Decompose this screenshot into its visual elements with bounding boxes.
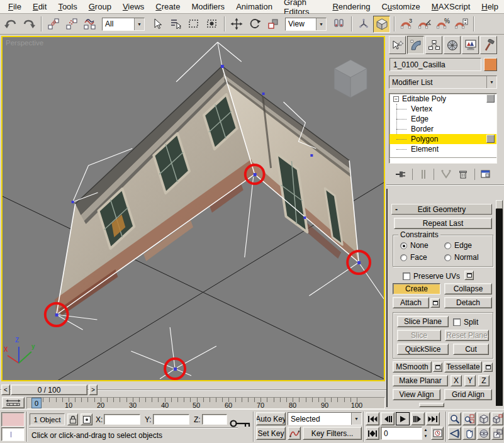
spinner-up-icon[interactable]: ▲ — [422, 427, 429, 433]
tab-motion[interactable] — [444, 36, 461, 54]
next-frame-arrow-button[interactable]: > — [89, 384, 98, 395]
make-planar-z-button[interactable]: Z — [478, 375, 490, 386]
select-by-name-button[interactable] — [167, 16, 184, 33]
radio-icon[interactable] — [400, 242, 407, 249]
menu-group[interactable]: Group — [83, 1, 117, 13]
previous-frame-arrow-button[interactable]: < — [1, 384, 10, 395]
tab-utilities[interactable] — [480, 36, 497, 54]
unlink-selection-button[interactable] — [63, 16, 80, 33]
undo-button[interactable] — [2, 16, 19, 33]
go-to-start-button[interactable] — [366, 412, 379, 425]
select-and-scale-button[interactable] — [264, 16, 281, 33]
object-color-swatch[interactable] — [484, 58, 497, 71]
tab-display[interactable] — [462, 36, 479, 54]
zoom-button[interactable] — [448, 412, 461, 425]
menu-help[interactable]: Help — [476, 1, 504, 13]
menu-modifiers[interactable]: Modifiers — [186, 1, 230, 13]
next-frame-button[interactable] — [411, 412, 425, 425]
menu-tools[interactable]: Tools — [52, 1, 82, 13]
slice-button[interactable]: Slice — [397, 330, 441, 341]
repeat-last-button[interactable]: Repeat Last — [394, 218, 492, 229]
view-align-button[interactable]: View Align — [393, 389, 440, 400]
key-filter-dropdown[interactable]: Selected ▼ — [288, 412, 362, 425]
constraint-face-option[interactable]: Face — [400, 253, 427, 262]
msmooth-button[interactable]: MSmooth — [393, 361, 432, 373]
current-frame-field[interactable]: 0 — [381, 427, 422, 440]
split-option[interactable]: Split — [453, 318, 478, 327]
arc-rotate-button[interactable] — [477, 427, 490, 440]
maxscript-listener-output[interactable] — [1, 412, 25, 427]
modifier-list-dropdown[interactable]: Modifier List ▼ — [389, 76, 497, 89]
scrollbar-thumb[interactable] — [496, 200, 503, 209]
dropdown-arrow-icon[interactable]: ▼ — [486, 76, 496, 88]
z-coordinate-field[interactable] — [202, 414, 227, 425]
rectangular-selection-region-button[interactable] — [185, 16, 202, 33]
stack-row-vertex[interactable]: Vertex — [389, 104, 496, 114]
tessellate-settings-button[interactable] — [483, 362, 493, 372]
stack-row-editable-poly[interactable]: − Editable Poly — [389, 94, 496, 104]
checkbox-icon[interactable] — [453, 318, 461, 326]
reference-coordinate-system-dropdown[interactable]: View ▼ — [285, 18, 327, 31]
tessellate-button[interactable]: Tessellate — [444, 361, 482, 373]
selection-lock-toggle-button[interactable] — [67, 413, 78, 425]
frame-spinner[interactable]: ▲ ▼ — [422, 427, 429, 440]
slice-plane-button[interactable]: Slice Plane — [397, 316, 449, 327]
select-object-button[interactable] — [148, 16, 165, 33]
detach-button[interactable]: Detach — [444, 297, 492, 308]
stack-row-polygon-selected[interactable]: Polygon — [389, 134, 496, 144]
make-planar-button[interactable]: Make Planar — [393, 375, 448, 386]
menu-views[interactable]: Views — [117, 1, 150, 13]
select-and-rotate-button[interactable] — [246, 16, 263, 33]
go-to-end-button[interactable] — [426, 412, 440, 425]
default-tangent-button[interactable] — [288, 427, 301, 440]
x-coordinate-field[interactable] — [104, 414, 140, 425]
menu-file[interactable]: File — [3, 1, 27, 13]
quickslice-button[interactable]: QuickSlice — [397, 344, 449, 355]
auto-key-button[interactable]: Auto Key — [256, 412, 286, 425]
menu-edit[interactable]: Edit — [27, 1, 52, 13]
select-and-manipulate-button[interactable] — [355, 16, 372, 33]
stack-row-edge[interactable]: Edge — [389, 114, 496, 124]
spinner-snap-toggle-button[interactable] — [452, 16, 469, 33]
constraint-none-option[interactable]: None — [400, 241, 428, 250]
key-filters-button[interactable]: Key Filters... — [303, 427, 362, 440]
time-configuration-button[interactable] — [431, 427, 444, 440]
show-end-result-button[interactable] — [418, 169, 428, 180]
checkbox-icon[interactable] — [403, 272, 410, 280]
create-button[interactable]: Create — [393, 283, 440, 294]
zoom-extents-all-button[interactable] — [491, 412, 503, 425]
modifier-onoff-icon[interactable] — [486, 94, 495, 103]
menu-create[interactable]: Create — [150, 1, 186, 13]
modifier-onoff-icon[interactable] — [486, 135, 495, 143]
angle-snap-toggle-button[interactable] — [416, 16, 433, 33]
time-slider-handle[interactable]: 0 / 100 — [11, 384, 87, 395]
radio-icon[interactable] — [400, 254, 407, 261]
object-name-field[interactable]: 1_0100_Casilla — [389, 58, 481, 71]
min-max-toggle-button[interactable] — [491, 427, 503, 440]
tab-create[interactable] — [389, 36, 406, 54]
select-and-move-button[interactable] — [228, 16, 245, 33]
stack-row-border[interactable]: Border — [389, 124, 496, 134]
absolute-offset-mode-toggle-button[interactable] — [81, 413, 92, 425]
selection-filter-dropdown[interactable]: All ▼ — [102, 18, 145, 31]
collapse-button[interactable]: Collapse — [444, 283, 492, 294]
rollout-edit-geometry-header[interactable]: - Edit Geometry — [391, 204, 492, 215]
stack-row-element[interactable]: Element — [389, 144, 496, 154]
make-unique-button[interactable] — [440, 169, 452, 180]
msmooth-settings-button[interactable] — [433, 362, 442, 372]
constraint-edge-option[interactable]: Edge — [444, 241, 472, 250]
bind-to-space-warp-button[interactable] — [81, 16, 98, 33]
dropdown-arrow-icon[interactable]: ▼ — [134, 18, 144, 30]
maxscript-listener-input[interactable] — [1, 427, 25, 441]
preserve-uvs-settings-button[interactable] — [464, 271, 474, 280]
preserve-uvs-option[interactable]: Preserve UVs — [403, 272, 460, 281]
timeline-ruler[interactable]: 0 10 20 30 40 50 60 70 80 90 100 0 — [26, 397, 385, 409]
open-mini-curve-editor-button[interactable] — [2, 397, 25, 408]
perspective-viewport[interactable]: Perspective X Z y — [1, 36, 385, 381]
menu-animation[interactable]: Animation — [230, 1, 278, 13]
make-planar-y-button[interactable]: Y — [464, 375, 476, 386]
radio-icon[interactable] — [444, 254, 451, 261]
key-mode-toggle-button[interactable] — [366, 427, 379, 440]
reset-plane-button[interactable]: Reset Plane — [445, 330, 489, 341]
play-animation-button[interactable] — [396, 412, 410, 425]
